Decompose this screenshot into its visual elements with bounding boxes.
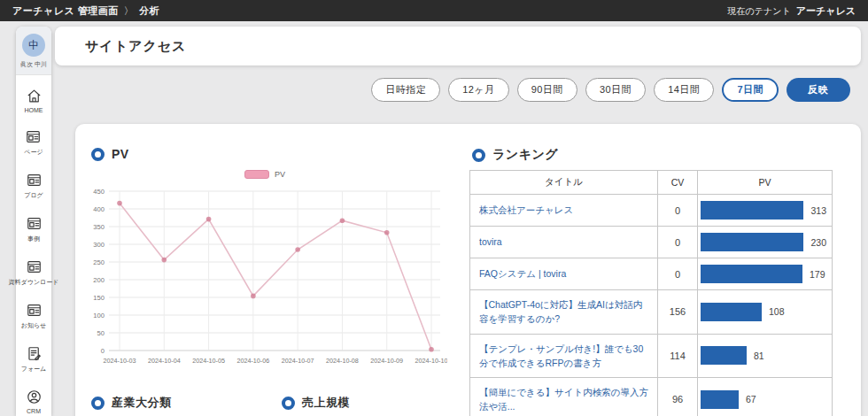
main-content-card: PV PV 0501001502002503003504004502024-10…	[75, 124, 861, 416]
svg-text:2024-10-03: 2024-10-03	[104, 357, 136, 365]
sidebar-item-label: ブログ	[24, 191, 43, 200]
svg-text:200: 200	[93, 276, 105, 284]
page-title-link[interactable]: 【ChatGPT-4oに対応】生成AIは対話内容を学習するのか?	[479, 299, 642, 324]
table-row: tovira0230	[470, 227, 833, 258]
svg-text:2024-10-08: 2024-10-08	[326, 357, 359, 365]
page-title-link[interactable]: FAQシステム | tovira	[479, 268, 566, 279]
sidebar-item-news[interactable]: お知らせ	[21, 302, 47, 330]
section-donut-icon	[472, 149, 485, 162]
sidebar-item-crm[interactable]: CRM	[26, 389, 43, 414]
user-profile[interactable]: 中 眞次 中川	[16, 27, 51, 75]
tenant-label: 現在のテナント	[728, 6, 791, 16]
pv-value: 81	[754, 351, 764, 361]
filter-option-5[interactable]: 7日間	[722, 78, 779, 102]
page-title-link[interactable]: 【簡単にできる】サイト内検索の導入方法や活...	[479, 387, 648, 412]
table-row: FAQシステム | tovira0179	[470, 258, 833, 290]
sidebar-item-downloads[interactable]: 資料ダウンロード	[9, 258, 59, 287]
pv-bar	[701, 265, 802, 283]
breadcrumb: アーチャレス 管理画面〉分析	[12, 4, 159, 18]
sidebar-item-label: CRM	[27, 408, 41, 414]
sidebar: 中 眞次 中川 HOMEページブログ事例資料ダウンロードお知らせフォームCRMメ…	[16, 27, 51, 416]
pv-value: 230	[810, 237, 826, 248]
sidebar-item-cases[interactable]: 事例	[26, 215, 43, 243]
sidebar-nav: HOMEページブログ事例資料ダウンロードお知らせフォームCRMメール	[16, 75, 51, 416]
avatar[interactable]: 中	[22, 34, 45, 57]
svg-text:350: 350	[93, 223, 105, 231]
sidebar-item-label: 資料ダウンロード	[9, 278, 59, 287]
page-title-link[interactable]: 【テンプレ・サンプル付き!】誰でも30分で作成できるRFPの書き方	[479, 343, 643, 368]
filter-option-4[interactable]: 14日間	[654, 78, 714, 102]
screen: アーチャレス 管理画面〉分析 現在のテナントアーチャレス 中 眞次 中川 HOM…	[0, 0, 868, 416]
breadcrumb-site[interactable]: アーチャレス 管理画面	[12, 5, 119, 16]
sidebar-item-form[interactable]: フォーム	[21, 345, 47, 374]
cv-value: 114	[658, 334, 698, 378]
breadcrumb-separator: 〉	[124, 5, 135, 16]
pages-icon	[25, 128, 42, 145]
blog-icon	[26, 172, 43, 189]
current-tenant: 現在のテナントアーチャレス	[728, 4, 856, 18]
column-header: CV	[658, 171, 698, 195]
pv-section-header: PV	[91, 147, 129, 161]
legend-label: PV	[275, 170, 285, 179]
section-donut-icon	[91, 148, 105, 161]
downloads-icon	[26, 258, 43, 275]
page-title-link[interactable]: 株式会社アーチャレス	[479, 204, 573, 215]
breadcrumb-page[interactable]: 分析	[139, 5, 159, 16]
section-donut-icon	[282, 397, 295, 410]
table-row: 【簡単にできる】サイト内検索の導入方法や活...9667	[470, 378, 833, 416]
sidebar-item-blog[interactable]: ブログ	[24, 172, 43, 200]
user-name: 眞次 中川	[16, 60, 51, 69]
sidebar-item-label: お知らせ	[21, 321, 47, 330]
section-donut-icon	[91, 397, 105, 410]
filter-option-3[interactable]: 30日間	[585, 78, 646, 102]
ranking-section-header: ランキング	[472, 147, 558, 163]
page-header-card: サイトアクセス	[55, 27, 861, 65]
svg-text:2024-10-09: 2024-10-09	[370, 357, 403, 365]
svg-text:2024-10-06: 2024-10-06	[236, 357, 269, 365]
svg-text:150: 150	[93, 294, 105, 302]
pv-chart-area: PV 0501001502002503003504004502024-10-03…	[82, 170, 447, 389]
page-title-link[interactable]: tovira	[479, 236, 502, 247]
pv-section-title: PV	[112, 147, 129, 161]
table-row: 【ChatGPT-4oに対応】生成AIは対話内容を学習するのか?156108	[470, 290, 833, 335]
sidebar-item-label: ページ	[24, 148, 43, 157]
sales-scale-section-title: 売上規模	[302, 395, 350, 411]
svg-text:2024-10-04: 2024-10-04	[148, 357, 181, 365]
table-row: 【テンプレ・サンプル付き!】誰でも30分で作成できるRFPの書き方11481	[470, 334, 833, 378]
chart-legend[interactable]: PV	[82, 170, 447, 179]
apply-button[interactable]: 反映	[787, 78, 850, 102]
ranking-section-title: ランキング	[492, 147, 558, 163]
legend-swatch-icon	[244, 170, 269, 179]
page-title: サイトアクセス	[85, 38, 186, 55]
sidebar-item-home[interactable]: HOME	[25, 88, 43, 113]
sidebar-item-label: HOME	[25, 107, 43, 113]
sales-scale-section-header: 売上規模	[282, 395, 350, 411]
pv-bar	[701, 201, 803, 220]
table-row: 株式会社アーチャレス0313	[470, 195, 833, 227]
pv-bar	[701, 233, 803, 251]
svg-text:0: 0	[101, 347, 105, 355]
filter-option-1[interactable]: 12ヶ月	[448, 78, 509, 102]
filter-option-0[interactable]: 日時指定	[371, 78, 440, 102]
top-bar: アーチャレス 管理画面〉分析 現在のテナントアーチャレス	[0, 0, 868, 21]
svg-text:250: 250	[93, 258, 105, 266]
cv-value: 156	[658, 290, 698, 335]
cv-value: 0	[658, 258, 698, 290]
ranking-table: タイトルCVPV株式会社アーチャレス0313tovira0230FAQシステム …	[469, 170, 833, 416]
cases-icon	[26, 215, 43, 232]
sidebar-item-label: 事例	[27, 235, 40, 243]
sidebar-item-pages[interactable]: ページ	[24, 128, 43, 157]
pv-value: 179	[810, 269, 825, 280]
svg-text:100: 100	[93, 312, 105, 320]
svg-text:50: 50	[97, 329, 105, 337]
cv-value: 0	[658, 227, 698, 258]
table-header-row: タイトルCVPV	[470, 171, 833, 195]
pv-line-chart: 0501001502002503003504004502024-10-03202…	[82, 181, 447, 389]
column-header: タイトル	[470, 171, 658, 195]
pv-value: 67	[746, 394, 756, 404]
crm-icon	[26, 389, 43, 405]
svg-text:450: 450	[93, 188, 105, 196]
sidebar-item-label: フォーム	[21, 365, 47, 374]
filter-option-2[interactable]: 90日間	[517, 78, 577, 102]
svg-text:400: 400	[93, 205, 105, 213]
